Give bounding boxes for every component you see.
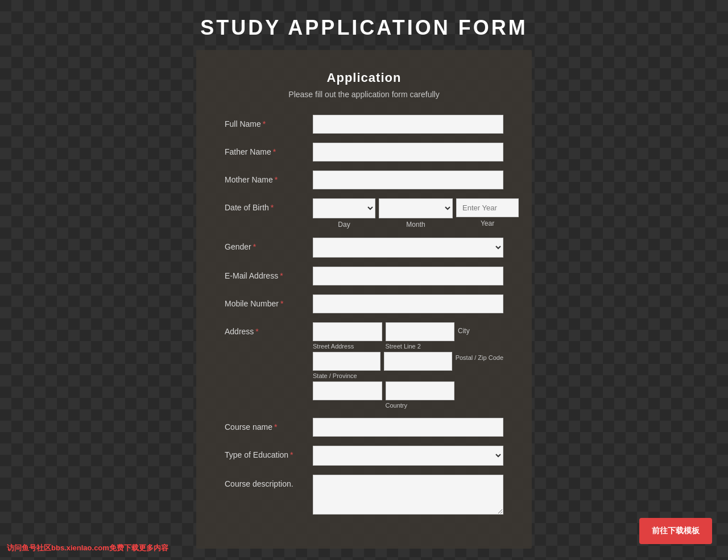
dob-year-input[interactable] [456, 198, 519, 217]
zip-input[interactable] [384, 352, 452, 371]
course-desc-label: Course description. [225, 475, 313, 488]
address-input-wrap: Street Address Street Line 2 City State … [313, 322, 503, 409]
type-of-edu-row: Type of Education* Full TimePart TimeOnl… [225, 446, 503, 466]
full-name-input-wrap [313, 115, 503, 134]
street-address-label: Street Address [313, 343, 382, 350]
page-title: STUDY APPLICATION FORM [0, 0, 728, 50]
dob-fields: 1234567891011121314151617181920212223242… [313, 198, 519, 229]
full-name-input[interactable] [313, 115, 503, 134]
download-button[interactable]: 前往下载模板 [639, 518, 712, 544]
email-input[interactable] [313, 267, 503, 285]
dob-month-label: Month [379, 221, 453, 229]
full-name-row: Full Name* [225, 115, 503, 134]
state-label: State / Province [313, 372, 380, 379]
dob-year-label: Year [456, 219, 519, 227]
street-address-input[interactable] [313, 322, 382, 341]
gender-row: Gender* MaleFemaleOther [225, 238, 503, 258]
email-row: E-Mail Address* [225, 267, 503, 285]
gender-label: Gender* [225, 238, 313, 251]
course-name-input[interactable] [313, 418, 503, 437]
mobile-label: Mobile Number* [225, 294, 313, 308]
father-name-row: Father Name* [225, 143, 503, 161]
full-name-label: Full Name* [225, 115, 313, 128]
address-row: Address* Street Address Street Line 2 Ci… [225, 322, 503, 409]
type-of-edu-label: Type of Education* [225, 446, 313, 459]
dob-month-field: JanuaryFebruaryMarchAprilMayJuneJulyAugu… [379, 198, 453, 229]
city-label-right: City [458, 322, 503, 350]
course-name-row: Course name* [225, 418, 503, 437]
mobile-row: Mobile Number* [225, 294, 503, 313]
form-subheading: Please fill out the application form car… [225, 90, 503, 99]
street-address-field: Street Address [313, 322, 382, 350]
father-name-label: Father Name* [225, 143, 313, 156]
country-input1[interactable] [313, 381, 382, 400]
state-field: State / Province [313, 352, 380, 379]
email-label: E-Mail Address* [225, 267, 313, 280]
dob-day-label: Day [313, 221, 375, 229]
course-name-label: Course name* [225, 418, 313, 432]
mother-name-label: Mother Name* [225, 171, 313, 184]
country-label: Country [386, 402, 455, 409]
zip-label-right: Postal / Zip Code [456, 352, 503, 379]
country-input2[interactable] [386, 381, 455, 400]
zip-field [384, 352, 452, 379]
state-input[interactable] [313, 352, 380, 371]
dob-row: Date of Birth* 1234567891011121314151617… [225, 198, 503, 229]
father-name-input[interactable] [313, 143, 503, 161]
form-container: Application Please fill out the applicat… [196, 50, 532, 549]
mother-name-input[interactable] [313, 171, 503, 189]
course-name-input-wrap [313, 418, 503, 437]
dob-day-field: 1234567891011121314151617181920212223242… [313, 198, 375, 229]
dob-month-select[interactable]: JanuaryFebruaryMarchAprilMayJuneJulyAugu… [379, 198, 453, 218]
dob-input-wrap: 1234567891011121314151617181920212223242… [313, 198, 519, 229]
address-row2: State / Province Postal / Zip Code [313, 352, 503, 379]
street2-address-label: Street Line 2 [386, 343, 455, 350]
father-name-input-wrap [313, 143, 503, 161]
email-input-wrap [313, 267, 503, 285]
watermark: 访问鱼号社区bbs.xienlao.com免费下载更多内容 [7, 543, 168, 553]
country-field1 [313, 381, 382, 409]
course-desc-textarea[interactable] [313, 475, 503, 515]
gender-select[interactable]: MaleFemaleOther [313, 238, 503, 258]
mother-name-input-wrap [313, 171, 503, 189]
course-desc-input-wrap [313, 475, 503, 517]
street2-address-field: Street Line 2 [386, 322, 455, 350]
dob-label: Date of Birth* [225, 198, 313, 212]
type-of-edu-select[interactable]: Full TimePart TimeOnlineDistance Learnin… [313, 446, 503, 466]
dob-day-select[interactable]: 1234567891011121314151617181920212223242… [313, 198, 375, 218]
gender-input-wrap: MaleFemaleOther [313, 238, 503, 258]
mobile-input-wrap [313, 294, 503, 313]
type-of-edu-input-wrap: Full TimePart TimeOnlineDistance Learnin… [313, 446, 503, 466]
street2-address-input[interactable] [386, 322, 455, 341]
country-field2: Country [386, 381, 455, 409]
course-desc-row: Course description. [225, 475, 503, 517]
address-row1: Street Address Street Line 2 City [313, 322, 503, 350]
dob-year-field: Year [456, 198, 519, 227]
mobile-input[interactable] [313, 294, 503, 313]
address-label: Address* [225, 322, 313, 336]
form-heading: Application [225, 70, 503, 85]
country-spacer [458, 381, 503, 409]
address-row3: Country [313, 381, 503, 409]
mother-name-row: Mother Name* [225, 171, 503, 189]
